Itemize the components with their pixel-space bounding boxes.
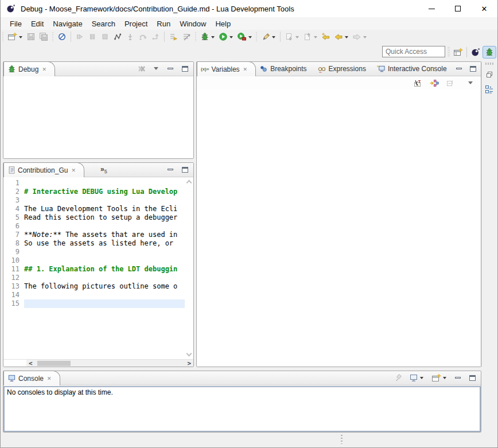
tab-variables[interactable]: (x)= Variables ✕: [197, 61, 256, 76]
menu-file[interactable]: File: [5, 18, 26, 29]
editor-line[interactable]: 5Read this section to setup a debugger: [3, 213, 185, 222]
menu-edit[interactable]: Edit: [26, 18, 48, 29]
show-logical-structure-button[interactable]: [428, 78, 439, 88]
editor-line[interactable]: 7**Note:** The assets that are used in: [3, 231, 185, 239]
display-selected-console-button[interactable]: [408, 373, 425, 383]
line-text[interactable]: [24, 196, 185, 205]
run-dropdown[interactable]: [229, 36, 233, 38]
editor-line[interactable]: 10: [3, 256, 185, 265]
open-console-dropdown[interactable]: [443, 377, 446, 379]
last-edit-location-button[interactable]: [320, 30, 332, 43]
tab-debug[interactable]: Debug ✕: [3, 61, 55, 76]
tab-expressions[interactable]: x= Expressions: [314, 61, 373, 76]
open-console-button[interactable]: [429, 373, 449, 383]
save-button[interactable]: [25, 30, 37, 43]
variables-view-content[interactable]: [197, 90, 481, 367]
line-text[interactable]: ## 1. Explanation of the LDT debuggin: [24, 265, 185, 274]
maximize-window-button[interactable]: [445, 0, 471, 17]
tray-drag-handle[interactable]: [485, 63, 493, 65]
toolbar-drag-handle[interactable]: [52, 32, 55, 41]
editor-line[interactable]: 15: [3, 299, 185, 308]
close-tab-icon[interactable]: ✕: [71, 167, 76, 173]
menu-run[interactable]: Run: [152, 18, 175, 29]
new-wizard-button[interactable]: [6, 30, 25, 43]
maximize-view-button[interactable]: [468, 64, 478, 74]
line-text[interactable]: [24, 222, 185, 231]
remove-terminated-button[interactable]: [137, 64, 147, 74]
external-tools-dropdown[interactable]: [248, 36, 252, 38]
minimize-view-button[interactable]: [165, 165, 176, 175]
more-editors-chevron[interactable]: »5: [100, 165, 107, 174]
line-text[interactable]: [24, 291, 185, 299]
next-annotation-button[interactable]: [283, 30, 301, 43]
back-dropdown[interactable]: [345, 36, 348, 38]
close-tab-icon[interactable]: ✕: [243, 67, 248, 72]
view-menu-button[interactable]: [465, 78, 476, 88]
menu-window[interactable]: Window: [175, 18, 211, 29]
editor-line[interactable]: 12: [3, 274, 185, 282]
line-text[interactable]: Read this section to setup a debugger: [24, 213, 185, 222]
line-text[interactable]: [24, 274, 185, 282]
step-return-button[interactable]: [149, 30, 162, 43]
toolbar-drag-handle[interactable]: [448, 47, 450, 57]
mark-occurrences-button[interactable]: [259, 30, 278, 43]
menu-search[interactable]: Search: [87, 18, 120, 29]
maximize-view-button[interactable]: [467, 373, 477, 383]
toolbar-drag-handle[interactable]: [194, 32, 197, 41]
forward-dropdown[interactable]: [363, 36, 367, 38]
open-perspective-button[interactable]: [451, 46, 465, 59]
minimize-view-button[interactable]: [165, 64, 176, 74]
editor-line[interactable]: 14: [3, 291, 185, 299]
tab-console[interactable]: Console ✕: [3, 371, 60, 385]
show-type-names-button[interactable]: [412, 78, 423, 88]
scroll-down-icon[interactable]: [186, 351, 192, 357]
use-step-filters-button[interactable]: [180, 30, 193, 43]
display-console-dropdown[interactable]: [420, 377, 423, 379]
menu-help[interactable]: Help: [211, 18, 235, 29]
line-text[interactable]: **Note:** The assets that are used in: [24, 231, 185, 239]
scroll-up-icon[interactable]: [186, 180, 192, 186]
restore-view-button[interactable]: [483, 68, 496, 81]
resume-button[interactable]: [73, 30, 86, 43]
previous-annotation-button[interactable]: [301, 30, 320, 43]
line-text[interactable]: The Lua Development Tools in the Ecli: [24, 205, 185, 213]
new-wizard-dropdown[interactable]: [19, 36, 22, 38]
line-text[interactable]: The following pictures outline some o: [24, 282, 185, 291]
line-text[interactable]: # Interactive DEBUG using Lua Develop: [24, 188, 185, 196]
external-tools-button[interactable]: [235, 30, 254, 43]
scrollbar-thumb[interactable]: [37, 361, 71, 366]
terminate-button[interactable]: [99, 30, 111, 43]
step-over-button[interactable]: [137, 30, 149, 43]
editor-line[interactable]: 2# Interactive DEBUG using Lua Develop: [3, 188, 185, 196]
line-text[interactable]: [24, 179, 185, 188]
tab-breakpoints[interactable]: Breakpoints: [256, 61, 313, 76]
menu-navigate[interactable]: Navigate: [48, 18, 87, 29]
toolbar-drag-handle[interactable]: [255, 32, 258, 41]
pin-console-button[interactable]: [394, 373, 404, 383]
run-to-line-button[interactable]: [167, 30, 180, 43]
lua-perspective-button[interactable]: [469, 46, 483, 59]
suspend-button[interactable]: [86, 30, 99, 43]
toolbar-drag-handle[interactable]: [2, 32, 5, 41]
debug-perspective-button[interactable]: [483, 46, 496, 59]
back-button[interactable]: [332, 30, 351, 43]
menu-project[interactable]: Project: [120, 18, 152, 29]
run-button[interactable]: [217, 30, 235, 43]
outline-view-button[interactable]: [483, 83, 496, 96]
view-menu-button[interactable]: [151, 64, 161, 74]
disconnect-button[interactable]: [111, 30, 124, 43]
editor-line[interactable]: 4The Lua Development Tools in the Ecli: [3, 205, 185, 213]
editor-line[interactable]: 11## 1. Explanation of the LDT debuggin: [3, 265, 185, 274]
line-text[interactable]: [24, 248, 185, 256]
collapse-all-button[interactable]: [444, 78, 456, 88]
mark-occurrences-dropdown[interactable]: [272, 36, 275, 38]
editor-line[interactable]: 9: [3, 248, 185, 256]
editor-body[interactable]: 12# Interactive DEBUG using Lua Develop3…: [3, 178, 193, 367]
editor-line[interactable]: 13The following pictures outline some o: [3, 282, 185, 291]
save-all-button[interactable]: [37, 30, 50, 43]
next-annotation-dropdown[interactable]: [295, 36, 299, 38]
line-text[interactable]: [24, 299, 185, 308]
minimize-view-button[interactable]: [454, 64, 464, 74]
maximize-view-button[interactable]: [180, 64, 190, 74]
editor-horizontal-scrollbar[interactable]: < >: [3, 359, 193, 367]
